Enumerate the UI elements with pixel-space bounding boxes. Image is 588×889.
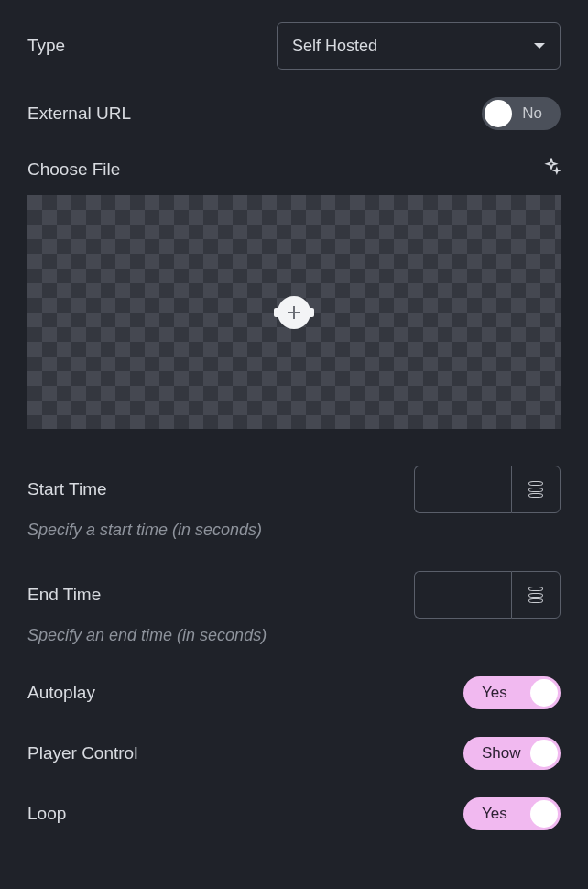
choose-file-label: Choose File — [27, 159, 120, 180]
database-icon — [528, 587, 543, 603]
loop-toggle-text: Yes — [482, 805, 507, 823]
external-url-toggle-text: No — [522, 104, 542, 123]
external-url-label: External URL — [27, 104, 131, 124]
autoplay-toggle[interactable]: Yes — [463, 676, 561, 709]
sparkle-icon[interactable] — [542, 158, 561, 181]
add-file-icon — [278, 296, 310, 329]
end-time-input[interactable] — [414, 571, 511, 619]
start-time-label: Start Time — [27, 479, 107, 499]
autoplay-label: Autoplay — [27, 683, 95, 703]
start-time-hint: Specify a start time (in seconds) — [27, 521, 561, 540]
end-time-hint: Specify an end time (in seconds) — [27, 626, 561, 645]
end-time-dynamic-button[interactable] — [511, 571, 561, 619]
type-label: Type — [27, 36, 65, 56]
player-control-toggle-text: Show — [482, 744, 521, 763]
type-select-value: Self Hosted — [292, 37, 377, 56]
end-time-label: End Time — [27, 585, 101, 605]
loop-toggle[interactable]: Yes — [463, 797, 561, 830]
toggle-knob — [530, 679, 558, 707]
toggle-knob — [485, 100, 512, 127]
file-dropzone[interactable] — [27, 195, 561, 429]
chevron-down-icon — [534, 43, 545, 49]
toggle-knob — [530, 800, 558, 828]
external-url-toggle[interactable]: No — [482, 97, 561, 130]
toggle-knob — [530, 740, 558, 767]
type-select[interactable]: Self Hosted — [277, 22, 561, 70]
database-icon — [528, 481, 543, 498]
player-control-label: Player Control — [27, 743, 137, 763]
autoplay-toggle-text: Yes — [482, 684, 507, 702]
player-control-toggle[interactable]: Show — [463, 737, 561, 770]
loop-label: Loop — [27, 804, 66, 824]
start-time-input[interactable] — [414, 466, 511, 513]
start-time-dynamic-button[interactable] — [511, 466, 561, 513]
